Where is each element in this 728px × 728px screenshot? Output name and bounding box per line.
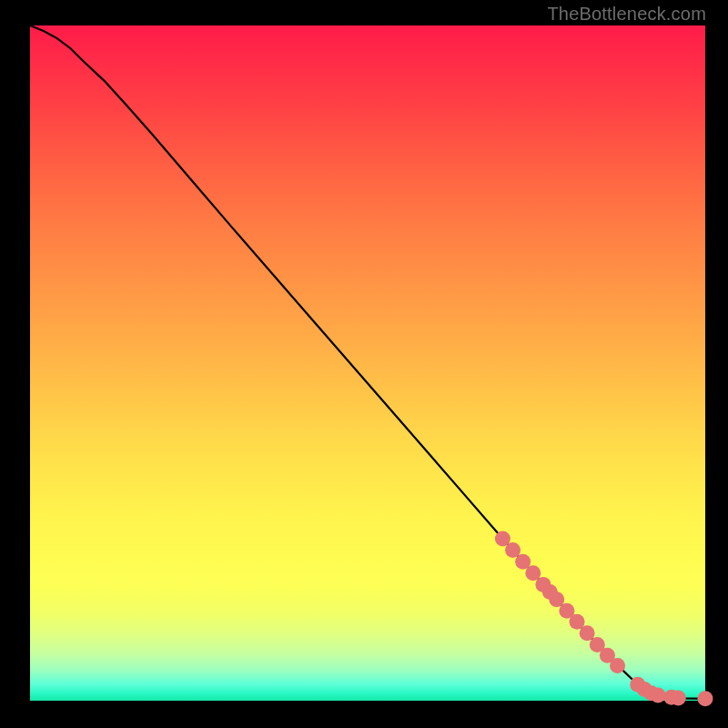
plot-area: [30, 25, 705, 701]
chart-svg: [30, 25, 705, 701]
marker-dot: [698, 691, 713, 706]
attribution-label: TheBottleneck.com: [547, 4, 706, 25]
marker-dot: [671, 691, 686, 706]
chart-wrap: TheBottleneck.com: [0, 0, 728, 728]
marker-dot: [651, 688, 666, 703]
curve-line: [30, 25, 705, 699]
marker-group: [495, 531, 713, 706]
marker-dot: [610, 658, 625, 673]
